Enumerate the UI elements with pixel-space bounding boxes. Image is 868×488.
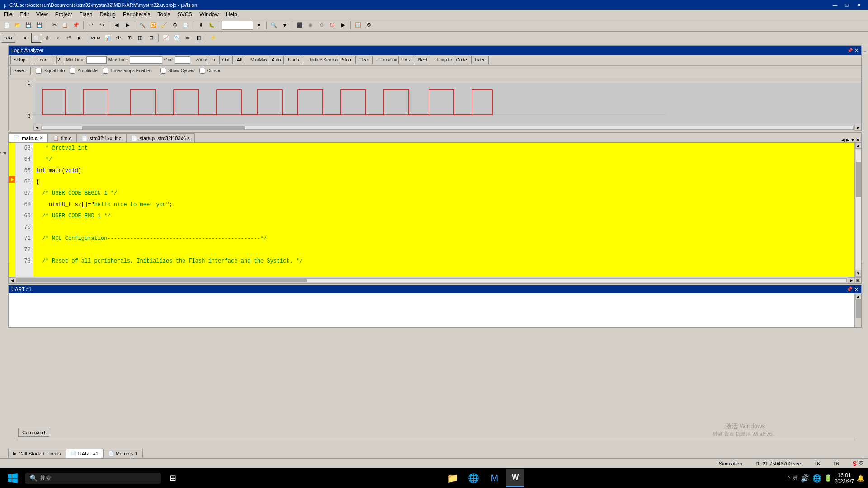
menu-peripherals[interactable]: Peripherals <box>119 10 154 19</box>
code-scroll-down[interactable]: ▼ <box>855 271 861 277</box>
find-button[interactable]: 🔍 <box>269 20 279 30</box>
menu-debug[interactable]: Debug <box>96 10 119 19</box>
uart-close-icon[interactable]: ✕ <box>854 286 859 292</box>
mem-button[interactable]: MEM <box>90 33 102 43</box>
menu-window[interactable]: Window <box>196 10 222 19</box>
new-file-button[interactable]: 📄 <box>2 20 12 30</box>
la-amplitude-check[interactable] <box>70 68 75 74</box>
uart-content-area[interactable] <box>9 293 854 311</box>
open-file-button[interactable]: 📂 <box>13 20 23 30</box>
step-into-button[interactable]: ▶ <box>338 20 348 30</box>
la-prev-button[interactable]: Prev <box>398 56 414 64</box>
la-code-button[interactable]: Code <box>453 56 470 64</box>
rebuild-button[interactable]: 🔁 <box>148 20 158 30</box>
la-timestamps-check[interactable] <box>103 68 108 74</box>
cut-button[interactable]: ✂ <box>49 20 59 30</box>
find-dropdown[interactable]: ▼ <box>280 20 290 30</box>
code-text-area[interactable]: * @retval int */ int main(void) { /* USE… <box>33 143 854 277</box>
tab-scroll-left[interactable]: ◀ <box>841 137 845 142</box>
batch-button[interactable]: ⚙ <box>170 20 180 30</box>
la-scroll-right[interactable]: ▶ <box>854 125 861 131</box>
tab-close-all[interactable]: ✕ <box>856 137 859 142</box>
minimize-button[interactable]: — <box>829 0 841 10</box>
menu-tools[interactable]: Tools <box>154 10 174 19</box>
undo-button[interactable]: ↩ <box>86 20 96 30</box>
sidebar-project[interactable]: Pro <box>0 150 8 156</box>
la-showcycles-check[interactable] <box>160 68 166 74</box>
run-stop-button[interactable]: ⊘ <box>316 20 326 30</box>
command-button[interactable]: Command <box>18 428 49 437</box>
menu-view[interactable]: View <box>33 10 52 19</box>
multiproject-button[interactable]: 📑 <box>181 20 191 30</box>
la-zoom-in-button[interactable]: In <box>208 56 218 64</box>
maximize-button[interactable]: □ <box>841 0 853 10</box>
redo-button[interactable]: ↪ <box>97 20 107 30</box>
menu-svcs[interactable]: SVCS <box>174 10 196 19</box>
step3-button[interactable]: ⏎ <box>64 33 74 43</box>
tray-chevron[interactable]: ^ <box>788 475 790 481</box>
code-hleft[interactable]: ◀ <box>9 277 15 283</box>
clock-widget[interactable]: 16:01 2023/9/7 <box>835 472 854 484</box>
menu-file[interactable]: File <box>0 10 16 19</box>
menu-help[interactable]: Help <box>222 10 241 19</box>
la-trace-button[interactable]: Trace <box>471 56 489 64</box>
window-btn[interactable]: 🪟 <box>353 20 363 30</box>
stop-debug-button[interactable]: ⬛ <box>295 20 305 30</box>
la-btn[interactable]: 📈 <box>161 33 171 43</box>
la-signal-info-check[interactable] <box>36 68 42 74</box>
la-clear-button[interactable]: Clear <box>355 56 373 64</box>
active-app-taskbar[interactable]: W <box>506 469 524 487</box>
nav-fwd-button[interactable]: ▶ <box>123 20 132 30</box>
la-hscrollbar[interactable]: ◀ ▶ <box>33 124 861 131</box>
la-grid-input[interactable]: 1 s <box>175 56 190 64</box>
paste-button[interactable]: 📌 <box>71 20 81 30</box>
la-scroll-left[interactable]: ◀ <box>33 125 40 131</box>
perf-btn[interactable]: ⊕ <box>183 33 193 43</box>
clean-button[interactable]: 🧹 <box>159 20 169 30</box>
toolbar-view-btn[interactable]: ⊟ <box>146 33 156 43</box>
la2-btn[interactable]: 📉 <box>172 33 182 43</box>
run-to-button[interactable]: ● <box>20 33 30 43</box>
tab-main-c[interactable]: 📄 main.c ✕ <box>9 133 48 142</box>
step2-button[interactable]: ⎚ <box>53 33 63 43</box>
watch-button[interactable]: 👁 <box>113 33 123 43</box>
reg-button[interactable]: 📊 <box>103 33 113 43</box>
menu-flash[interactable]: Flash <box>75 10 96 19</box>
menu-project[interactable]: Project <box>52 10 75 19</box>
start-button[interactable] <box>4 469 22 487</box>
battery-icon[interactable]: 🔋 <box>824 474 832 482</box>
code-hscrollbar[interactable]: ◀ ▶ ⊞ <box>9 277 861 283</box>
uart-scroll-up[interactable]: ▲ <box>855 294 861 300</box>
reset-button[interactable]: ◉ <box>306 20 316 30</box>
build-button[interactable]: 🔨 <box>137 20 147 30</box>
speed-input[interactable]: 56000 <box>222 21 253 30</box>
close-button[interactable]: ✕ <box>853 0 864 10</box>
out-btn[interactable]: ◧ <box>193 33 203 43</box>
save-button[interactable]: 💾 <box>24 20 33 30</box>
code-vscrollbar[interactable]: ▲ ▼ <box>854 143 861 277</box>
save-all-button[interactable]: 💾 <box>34 20 44 30</box>
step1-button[interactable]: ⎙ <box>42 33 52 43</box>
taskview-button[interactable]: ⊞ <box>165 470 181 486</box>
file-explorer-taskbar[interactable]: 📁 <box>444 469 462 487</box>
tab-scroll-right[interactable]: ▶ <box>846 137 849 142</box>
la-save-button[interactable]: Save... <box>10 67 31 75</box>
step-button[interactable]: ⬡ <box>327 20 337 30</box>
settings-btn[interactable]: ⚙ <box>364 20 374 30</box>
waveform-canvas[interactable]: 1.121036 s 15.12104 s 29.12104 s <box>33 76 861 129</box>
ir-button[interactable]: ⚪ <box>31 33 41 43</box>
run-button[interactable]: ▶ <box>75 33 85 43</box>
la-setup-button[interactable]: Setup... <box>10 56 32 64</box>
tab-tim-c[interactable]: 📋 tim.c <box>48 133 76 142</box>
code-scroll-up[interactable]: ▲ <box>855 143 861 149</box>
lang-badge[interactable]: 英 <box>793 474 798 482</box>
tab-callstack[interactable]: ▶ Call Stack + Locals <box>8 449 66 458</box>
notification-icon[interactable]: 🔔 <box>857 474 864 482</box>
speed-dropdown[interactable]: ▼ <box>254 20 264 30</box>
la-help-button[interactable]: ? <box>56 56 64 64</box>
la-auto-button[interactable]: Auto <box>269 56 284 64</box>
tab-memory1[interactable]: 📄 Memory 1 <box>104 449 143 458</box>
trace-button2[interactable]: ⊞ <box>124 33 134 43</box>
la-mintime-input[interactable]: 0 s <box>86 56 107 64</box>
apps-taskbar[interactable]: M <box>486 469 504 487</box>
